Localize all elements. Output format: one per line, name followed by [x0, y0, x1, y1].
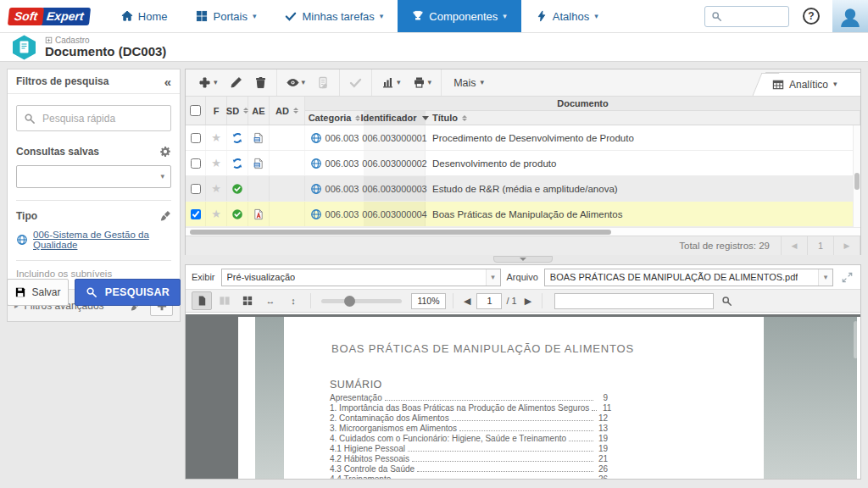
page-number-input[interactable]: [476, 293, 502, 309]
table-row[interactable]: ★ 006.003 006.003000002 Desenvolvimento …: [186, 151, 860, 176]
quick-search-input[interactable]: [17, 106, 170, 130]
divider: [16, 200, 171, 201]
status-approved-icon: [231, 183, 243, 195]
more-button[interactable]: Mais ▾: [445, 77, 492, 89]
delete-button[interactable]: [248, 72, 273, 94]
favorite-star-icon[interactable]: ★: [211, 182, 221, 195]
row-checkbox[interactable]: [191, 133, 201, 143]
search-button[interactable]: PESQUISAR: [75, 279, 181, 306]
column-header-categoria[interactable]: Categoria: [305, 111, 364, 125]
thumbnails-icon: [242, 295, 253, 307]
scrollbar-thumb[interactable]: [190, 230, 611, 235]
gear-icon[interactable]: [159, 146, 171, 158]
favorite-star-icon[interactable]: ★: [211, 208, 221, 220]
chevron-down-icon: ▾: [428, 79, 432, 86]
column-header-identificador[interactable]: Identificador: [364, 111, 426, 125]
toc-entry: 1. Importância das Boas Práticas na Prod…: [330, 403, 608, 413]
splitter-handle[interactable]: [493, 256, 553, 263]
horizontal-scrollbar[interactable]: [186, 227, 860, 236]
clear-filter-icon[interactable]: [159, 210, 171, 222]
previous-page-button[interactable]: ◀: [460, 296, 474, 307]
help-icon[interactable]: ?: [803, 8, 820, 25]
document-title: Estudo de R&R (média e amplitude/anova): [426, 176, 860, 201]
favorite-star-icon[interactable]: ★: [211, 157, 221, 169]
column-header-ae[interactable]: AE: [248, 97, 270, 125]
file-select[interactable]: BOAS PRÁTICAS DE MANIPULAÇÃO DE ALIMENTO…: [544, 269, 833, 286]
toc-leader-dots: [412, 461, 593, 462]
previous-page-button[interactable]: ◀: [782, 236, 808, 255]
column-header-titulo[interactable]: Título: [426, 111, 860, 125]
zoom-slider-knob[interactable]: [344, 296, 355, 307]
collapse-panel-icon[interactable]: «: [164, 75, 171, 89]
single-page-icon: [196, 295, 208, 307]
save-icon: [14, 286, 26, 298]
quick-search-box: [16, 105, 171, 131]
table-body: ★ 006.003 006.003000001 Procedimento de …: [186, 125, 860, 227]
edit-button[interactable]: [224, 72, 248, 94]
thumbnails-view-button[interactable]: [237, 291, 258, 310]
type-filter-link[interactable]: 006-Sistema de Gestão da Qualidade: [33, 230, 171, 250]
tasks-icon: [285, 10, 297, 22]
toc-entry: 4.1 Higiene Pessoal 19: [330, 444, 608, 454]
menu-item-componentes[interactable]: Componentes ▾: [398, 0, 520, 32]
menu-item-portais[interactable]: Portais ▾: [181, 0, 270, 32]
toc-leader-dots: [569, 441, 593, 441]
menu-item-minhas-tarefas[interactable]: Minhas tarefas ▾: [270, 0, 398, 32]
view-mode-analitico[interactable]: Analítico ▾: [765, 72, 860, 96]
pdf-search-input[interactable]: [554, 293, 714, 309]
table-row[interactable]: ★ 006.003 006.003000001 Procedimento de …: [186, 125, 860, 151]
next-page-button[interactable]: ▶: [834, 236, 860, 255]
panel-splitter: [185, 256, 861, 263]
document-component-icon: [11, 35, 37, 60]
toc-entry: 4.4 Treinamento 26: [330, 474, 608, 479]
select-all-checkbox[interactable]: [190, 105, 201, 116]
top-navigation-bar: Soft Expert Home Portais ▾ Minhas tarefa…: [0, 0, 868, 33]
user-avatar[interactable]: [832, 0, 868, 32]
fit-height-button[interactable]: ↕: [283, 291, 303, 310]
fit-width-button[interactable]: ↔: [260, 291, 281, 310]
globe-icon: [310, 158, 322, 169]
menu-item-atalhos[interactable]: Atalhos ▾: [521, 0, 613, 32]
row-checkbox[interactable]: [191, 209, 201, 219]
expand-icon: [842, 272, 853, 283]
row-checkbox[interactable]: [191, 158, 201, 169]
grid-toolbar: ▾ ▾ ▾: [186, 69, 860, 97]
single-page-view-button[interactable]: [192, 291, 212, 310]
next-page-button[interactable]: ▶: [521, 296, 535, 307]
document-title: Boas Práticas de Manipulação de Alimento…: [426, 202, 860, 226]
global-search-input[interactable]: [705, 7, 788, 26]
column-header-ad[interactable]: AD: [270, 97, 305, 125]
zoom-slider[interactable]: [321, 299, 402, 303]
page-total: / 1: [506, 296, 516, 306]
main-menu: Home Portais ▾ Minhas tarefas ▾ Componen…: [107, 0, 613, 32]
view-button[interactable]: ▾: [281, 72, 312, 94]
favorite-star-icon[interactable]: ★: [211, 131, 221, 144]
pdf-document-title: BOAS PRÁTICAS DE MANIPULAÇÃO DE ALIMENTO…: [331, 342, 634, 355]
softexpert-logo[interactable]: Soft Expert: [0, 0, 107, 32]
menu-item-home[interactable]: Home: [107, 0, 182, 32]
viewer-scrollbar[interactable]: [854, 321, 858, 358]
row-checkbox[interactable]: [191, 184, 201, 194]
save-button[interactable]: Salvar: [7, 279, 69, 306]
pdf-viewer[interactable]: BOAS PRÁTICAS DE MANIPULAÇÃO DE ALIMENTO…: [186, 314, 860, 479]
table-row[interactable]: ★ 006.003 006.003000003 Estudo de R&R (m…: [186, 176, 860, 202]
pdf-search-button[interactable]: [716, 291, 737, 310]
identifier-value: 006.003000003: [364, 176, 426, 201]
grid-footer: Total de registros: 29 ◀ 1 ▶: [186, 236, 860, 255]
portals-icon: [196, 10, 208, 22]
maximize-preview-button[interactable]: [839, 269, 854, 285]
column-header-f[interactable]: F: [206, 97, 227, 125]
print-button[interactable]: ▾: [407, 72, 438, 94]
current-page[interactable]: 1: [808, 236, 834, 255]
scrollbar-thumb[interactable]: [854, 173, 860, 190]
toc-entry: 2. Contaminação dos Alimentos 12: [330, 413, 608, 424]
column-header-sd[interactable]: SD: [227, 97, 248, 125]
sort-icon: [355, 115, 360, 121]
chart-button[interactable]: ▾: [376, 72, 407, 94]
add-button[interactable]: ▾: [192, 72, 224, 94]
chevron-down-icon: ▾: [818, 269, 832, 286]
vertical-scrollbar[interactable]: [853, 125, 860, 227]
table-row[interactable]: ★ 006.003 006.003000004 Boas Práticas de…: [186, 202, 860, 227]
display-mode-select[interactable]: Pré-visualização ▾: [221, 269, 501, 286]
saved-queries-select[interactable]: ▾: [16, 165, 171, 188]
